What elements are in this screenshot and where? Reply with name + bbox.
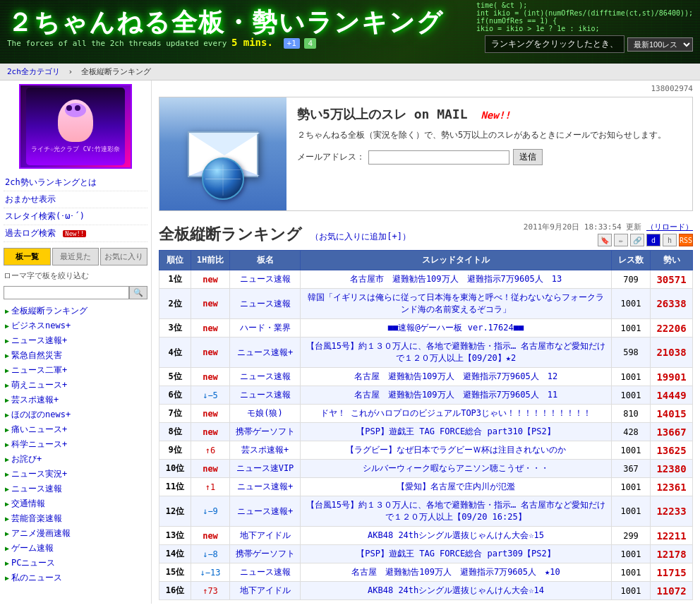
delicious-icon[interactable]: d [646, 234, 660, 246]
board-link[interactable]: ニュース速報 [240, 390, 291, 400]
tab-board-list[interactable]: 板一覧 [4, 248, 51, 265]
board-link[interactable]: ニュース速VIP [236, 463, 294, 473]
ranking-select[interactable]: 最新100レス [627, 37, 693, 52]
board-search-button[interactable]: 🔍 [129, 286, 147, 299]
thread-link[interactable]: AKB48 24thシングル選抜じゃんけん大会☆14 [368, 585, 544, 595]
cell-thread[interactable]: 【PSP】遊戯王 TAG FORCE総合 part309【PS2】 [301, 545, 612, 563]
sidebar-item-business[interactable]: ▶ビジネスnews+ [4, 318, 147, 333]
board-link[interactable]: 携帯ゲーソフト [236, 426, 295, 436]
sidebar-banner[interactable]: ライチ☆光クラブ CV:竹達彩奈 [19, 84, 132, 169]
ranking-reload-link[interactable]: （リロード） [646, 222, 693, 232]
board-link[interactable]: モ娘(狼) [247, 408, 282, 418]
thread-link[interactable]: 韓国「イギリスは俺らに従って日本海を東海と呼べ！従わないならフォークランド海の名… [308, 292, 604, 314]
cell-thread[interactable]: 【ラグビー】なぜ日本でラグビーＷ杯は注目されないのか [301, 441, 612, 460]
edit-icon[interactable]: ✏️ [614, 234, 628, 246]
board-link[interactable]: ニュース速報 [240, 274, 291, 284]
sidebar-item-geispo[interactable]: ▶芸スポ速報+ [4, 393, 147, 407]
board-link[interactable]: ニュース速報 [240, 299, 291, 309]
sidebar-item-news[interactable]: ▶ニュース速報 [4, 482, 147, 496]
cell-thread[interactable]: AKB48 24thシングル選抜じゃんけん大会☆14 [301, 582, 612, 600]
board-link[interactable]: ニュース速報 [240, 371, 291, 381]
sidebar-link-display[interactable]: おまかせ表示 [4, 191, 147, 208]
thread-link[interactable]: 名古屋 避難勧告109万人 避難指示7万9605人 12 [354, 371, 557, 381]
sidebar-item-honobono[interactable]: ▶ほのぼのnews+ [4, 407, 147, 422]
thread-link[interactable]: ■■速報@ゲーハー板 ver.17624■■ [388, 323, 524, 333]
cell-board[interactable]: ニュース速報 [230, 386, 301, 405]
sidebar-item-geino[interactable]: ▶芸能音楽速報 [4, 511, 147, 526]
board-link[interactable]: 地下アイドル [240, 585, 291, 595]
ranking-subtitle[interactable]: （お気に入りに追加[+]） [310, 232, 411, 241]
cell-board[interactable]: ハード・業界 [230, 319, 301, 338]
sidebar-item-owabi[interactable]: ▶お詫び+ [4, 452, 147, 467]
sidebar-item-news-live[interactable]: ▶ニュース実況+ [4, 467, 147, 482]
cell-board[interactable]: ニュース速報+ [230, 496, 301, 527]
thread-link[interactable]: ドヤ！ これがハロプロのビジュアルTOP3じゃい！！！！！！！！！！ [320, 408, 591, 418]
board-link[interactable]: ニュース速報+ [237, 506, 293, 516]
cell-thread[interactable]: 名古屋 避難勧告109万人 避難指示7万9605人 ★10 [301, 563, 612, 582]
sidebar-item-moe[interactable]: ▶萌えニュース+ [4, 378, 147, 393]
thread-link[interactable]: 【愛知】名古屋で庄内川が氾濫 [397, 482, 515, 491]
thread-link[interactable]: 【台風15号】約１３０万人に、各地で避難勧告・指示… 名古屋市など愛知だけで１２… [306, 341, 606, 363]
cell-board[interactable]: 地下アイドル [230, 527, 301, 545]
board-link[interactable]: ニュース速報 [240, 567, 291, 577]
sidebar-link-about[interactable]: 2ch勢いランキングとは [4, 174, 147, 191]
board-link[interactable]: ニュース速報+ [237, 482, 293, 491]
sidebar-item-news2[interactable]: ▶ニュース二軍+ [4, 363, 147, 378]
board-search-input[interactable] [4, 286, 129, 299]
board-link[interactable]: 芸スポ速報+ [241, 445, 289, 455]
share-icon[interactable]: 🔗 [630, 234, 644, 246]
tab-favorites[interactable]: お気に入り [100, 248, 147, 265]
board-link[interactable]: ニュース速報+ [237, 347, 293, 357]
thread-link[interactable]: 名古屋市 避難勧告109万人 避難指示7万9605人 13 [350, 274, 562, 284]
hatena-icon[interactable]: h [663, 234, 677, 246]
cell-board[interactable]: 地下アイドル [230, 582, 301, 600]
cell-board[interactable]: ニュース速報+ [230, 338, 301, 368]
thread-link[interactable]: 【ラグビー】なぜ日本でラグビーＷ杯は注目されないのか [346, 445, 566, 455]
thread-link[interactable]: シルバーウィーク暇ならアニソン聴こうぜ・・・ [363, 463, 549, 473]
sidebar-item-kagaku[interactable]: ▶科学ニュース+ [4, 437, 147, 452]
cell-thread[interactable]: 【台風15号】約１３０万人に、各地で避難勧告・指示… 名古屋市など愛知だけで１２… [301, 338, 612, 368]
thread-link[interactable]: AKB48 24thシングル選抜じゃんけん大会☆15 [368, 530, 544, 540]
cell-thread[interactable]: 名古屋 避難勧告109万人 避難指示7万9605人 12 [301, 368, 612, 386]
cell-board[interactable]: 芸スポ速報+ [230, 441, 301, 460]
cell-board[interactable]: ニュース速報 [230, 270, 301, 289]
rss-icon[interactable]: RSS [679, 234, 693, 246]
cell-board[interactable]: ニュース速報 [230, 368, 301, 386]
cell-thread[interactable]: ドヤ！ これがハロプロのビジュアルTOP3じゃい！！！！！！！！！！ [301, 405, 612, 423]
cell-board[interactable]: ニュース速報+ [230, 478, 301, 496]
cell-board[interactable]: 携帯ゲーソフト [230, 545, 301, 563]
thread-link[interactable]: 【台風15号】約１３０万人に、各地で避難勧告・指示… 名古屋市など愛知だけで１２… [306, 500, 606, 522]
board-link[interactable]: 地下アイドル [240, 530, 291, 540]
board-link[interactable]: 携帯ゲーソフト [236, 549, 295, 559]
cell-thread[interactable]: 韓国「イギリスは俺らに従って日本海を東海と呼べ！従わないならフォークランド海の名… [301, 289, 612, 319]
sidebar-item-traffic[interactable]: ▶交通情報 [4, 496, 147, 511]
sidebar-item-my-news[interactable]: ▶私のニュース [4, 571, 147, 585]
cell-board[interactable]: ニュース速報 [230, 289, 301, 319]
cell-board[interactable]: モ娘(狼) [230, 405, 301, 423]
cell-thread[interactable]: 【台風15号】約１３０万人に、各地で避難勧告・指示… 名古屋市など愛知だけで１２… [301, 496, 612, 527]
thread-link[interactable]: 【PSP】遊戯王 TAG FORCE総合 part309【PS2】 [356, 549, 555, 559]
mail-submit-button[interactable]: 送信 [513, 149, 543, 165]
sidebar-item-news-plus[interactable]: ▶ニュース速報+ [4, 333, 147, 348]
cell-board[interactable]: ニュース速報 [230, 563, 301, 582]
breadcrumb-link-home[interactable]: 2ch全カテゴリ [7, 67, 60, 76]
cell-board[interactable]: ニュース速VIP [230, 460, 301, 478]
sidebar-item-game[interactable]: ▶ゲーム速報 [4, 541, 147, 556]
board-link[interactable]: ハード・業界 [240, 323, 291, 333]
cell-thread[interactable]: 名古屋 避難勧告109万人 避難指示7万9605人 11 [301, 386, 612, 405]
sidebar-item-all-ranking[interactable]: ▶全板縦断ランキング [4, 304, 147, 318]
cell-thread[interactable]: 【愛知】名古屋で庄内川が氾濫 [301, 478, 612, 496]
cell-thread[interactable]: シルバーウィーク暇ならアニソン聴こうぜ・・・ [301, 460, 612, 478]
tab-recent[interactable]: 最近見た [52, 248, 99, 265]
cell-thread[interactable]: ■■速報@ゲーハー板 ver.17624■■ [301, 319, 612, 338]
cell-thread[interactable]: 名古屋市 避難勧告109万人 避難指示7万9605人 13 [301, 270, 612, 289]
thread-link[interactable]: 名古屋 避難勧告109万人 避難指示7万9605人 11 [354, 390, 557, 400]
bookmark-icon[interactable]: 🔖 [598, 234, 612, 246]
thread-link[interactable]: 【PSP】遊戯王 TAG FORCE総合 part310【PS2】 [356, 426, 555, 436]
mail-address-input[interactable] [368, 150, 509, 165]
sidebar-item-pc[interactable]: ▶PCニュース [4, 556, 147, 571]
cell-thread[interactable]: 【PSP】遊戯王 TAG FORCE総合 part310【PS2】 [301, 423, 612, 441]
sidebar-item-disaster[interactable]: ▶緊急自然災害 [4, 348, 147, 363]
thread-link[interactable]: 名古屋 避難勧告109万人 避難指示7万9605人 ★10 [351, 567, 560, 577]
sidebar-link-log[interactable]: 過去ログ検索 New!! [4, 225, 147, 242]
